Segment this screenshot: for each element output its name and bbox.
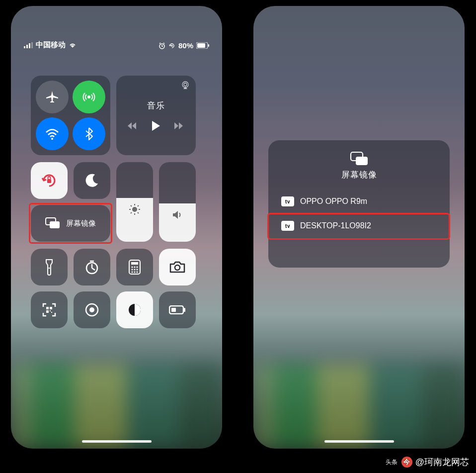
signal-icon [24, 42, 33, 48]
dock-glow [11, 364, 222, 449]
media-title: 音乐 [147, 100, 165, 111]
screen-record-tile[interactable] [74, 291, 110, 328]
appletv-icon: tv [281, 221, 294, 231]
svg-rect-7 [197, 43, 205, 48]
wifi-icon [44, 126, 60, 142]
cellular-icon [80, 89, 97, 105]
flashlight-tile[interactable] [31, 249, 68, 285]
timer-icon [84, 259, 100, 275]
home-indicator[interactable] [324, 440, 394, 443]
alarm-icon [159, 42, 165, 49]
calculator-icon [128, 259, 141, 275]
svg-point-9 [87, 95, 90, 98]
mirror-panel-title: 屏幕镜像 [275, 169, 443, 181]
svg-point-30 [175, 265, 180, 270]
dark-mode-tile[interactable] [116, 291, 153, 328]
svg-rect-20 [131, 262, 138, 265]
screen-mirroring-icon [45, 217, 60, 229]
watermark: 头条 今 @珂南龙网芯 [386, 456, 469, 468]
mirror-device-row[interactable]: tv OPPO OPPO R9m [275, 189, 443, 213]
svg-rect-31 [46, 307, 49, 309]
qr-icon [42, 302, 57, 317]
mirror-device-name: DESKTOP-1LO98I2 [300, 221, 371, 230]
wifi-toggle[interactable] [36, 117, 69, 150]
battery-percent: 80% [178, 41, 193, 50]
svg-rect-32 [50, 307, 52, 309]
svg-point-27 [132, 272, 133, 273]
dark-mode-icon [127, 302, 143, 318]
carrier-label: 中国移动 [36, 40, 66, 50]
screen-mirroring-label: 屏幕镜像 [66, 219, 96, 228]
svg-rect-41 [171, 308, 176, 312]
moon-icon [84, 173, 100, 189]
svg-rect-0 [24, 46, 25, 48]
svg-point-25 [134, 269, 136, 271]
screen-mirroring-panel: 屏幕镜像 tv OPPO OPPO R9m tv DESKTOP-1LO98I2 [268, 140, 450, 268]
bluetooth-icon [81, 126, 96, 141]
appletv-icon: tv [281, 196, 294, 206]
wifi-icon [69, 42, 77, 48]
phone-control-center: 中国移动 80% [11, 6, 222, 449]
phone-mirror-list: 屏幕镜像 tv OPPO OPPO R9m tv DESKTOP-1LO98I2 [253, 6, 465, 449]
status-bar: 中国移动 80% [11, 6, 222, 54]
bluetooth-toggle[interactable] [73, 117, 105, 150]
home-indicator[interactable] [82, 440, 152, 443]
volume-icon [171, 208, 184, 221]
svg-rect-43 [356, 157, 368, 165]
record-icon [84, 302, 100, 318]
brightness-slider[interactable] [116, 162, 153, 242]
watermark-logo: 今 [401, 457, 412, 468]
svg-rect-34 [50, 310, 51, 311]
do-not-disturb-tile[interactable] [74, 162, 110, 199]
svg-rect-40 [184, 308, 185, 312]
airplay-audio-icon[interactable] [181, 81, 190, 90]
camera-icon [169, 261, 186, 274]
orientation-lock-mini-icon [168, 42, 175, 49]
svg-point-29 [137, 272, 138, 273]
connectivity-tile[interactable] [31, 76, 110, 155]
svg-rect-33 [46, 310, 49, 313]
svg-point-24 [132, 269, 133, 271]
svg-point-21 [132, 267, 133, 268]
dock-glow [253, 364, 465, 449]
svg-point-26 [137, 269, 138, 271]
timer-tile[interactable] [74, 249, 110, 285]
orientation-lock-tile[interactable] [31, 162, 68, 199]
screen-mirroring-tile[interactable]: 屏幕镜像 [31, 205, 110, 242]
mirror-device-row[interactable]: tv DESKTOP-1LO98I2 [275, 213, 443, 238]
svg-rect-8 [208, 44, 209, 47]
calculator-tile[interactable] [116, 249, 153, 285]
screen-mirroring-icon [350, 151, 369, 166]
media-tile[interactable]: 音乐 [116, 76, 196, 155]
svg-point-12 [184, 83, 187, 86]
rewind-button[interactable] [127, 122, 138, 130]
svg-point-14 [132, 207, 137, 212]
cellular-data-toggle[interactable] [73, 81, 105, 113]
svg-point-17 [49, 268, 50, 269]
svg-rect-35 [51, 312, 52, 313]
svg-rect-16 [50, 221, 60, 228]
svg-rect-2 [29, 43, 30, 48]
airplane-mode-toggle[interactable] [36, 81, 69, 113]
battery-icon [196, 42, 209, 49]
brightness-icon [128, 203, 141, 216]
forward-button[interactable] [174, 122, 185, 130]
flashlight-icon [44, 259, 54, 276]
low-power-icon [169, 305, 186, 314]
svg-point-22 [134, 267, 136, 268]
watermark-prefix: 头条 [386, 458, 397, 467]
svg-rect-3 [31, 42, 33, 48]
camera-tile[interactable] [159, 249, 196, 285]
play-button[interactable] [151, 120, 161, 131]
volume-slider[interactable] [159, 162, 196, 242]
svg-point-37 [89, 307, 94, 312]
shortcuts-grid [31, 249, 196, 328]
mirror-device-name: OPPO OPPO R9m [300, 197, 367, 206]
qr-scan-tile[interactable] [31, 291, 68, 328]
low-power-tile[interactable] [159, 291, 196, 328]
svg-point-23 [137, 267, 138, 268]
watermark-author: @珂南龙网芯 [415, 456, 469, 468]
svg-point-10 [51, 138, 53, 140]
svg-rect-5 [171, 45, 172, 46]
svg-rect-1 [26, 45, 28, 48]
